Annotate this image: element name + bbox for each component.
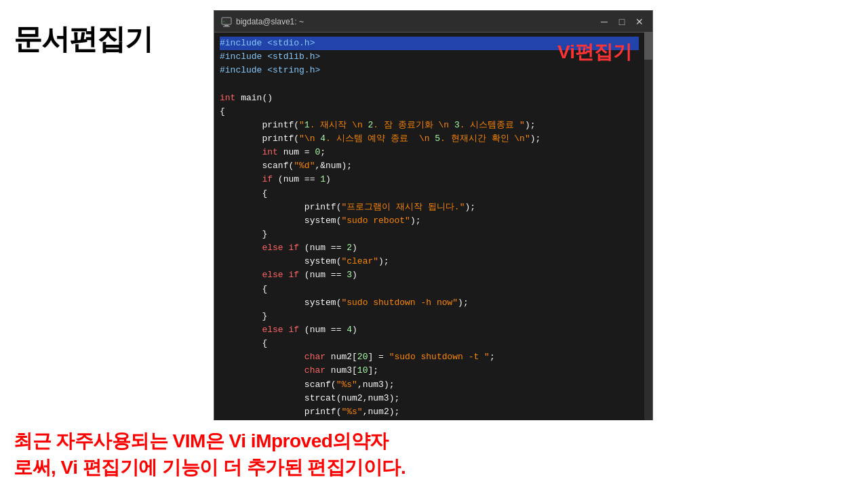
code-line: else if (num == 4): [220, 323, 639, 337]
window-controls[interactable]: ─ □ ✕: [598, 16, 646, 28]
code-line: printf("%s",num2);: [220, 405, 639, 419]
code-line: system("sudo reboot");: [220, 214, 639, 228]
code-line: {: [220, 337, 639, 350]
terminal-content: Vi편집기 #include <stdio.h>#include <stdlib…: [214, 33, 652, 430]
code-line: if (num == 1): [220, 173, 639, 186]
code-line: }: [220, 228, 639, 241]
code-line: [220, 77, 639, 91]
code-line: char num3[10];: [220, 364, 639, 378]
svg-rect-2: [223, 26, 230, 26]
code-line: int num = 0;: [220, 146, 639, 159]
code-line: printf("\n 4. 시스템 예약 종료 \n 5. 현재시간 확인 \n…: [220, 132, 639, 146]
terminal-window: >_ bigdata@slave1: ~ ─ □ ✕ Vi편집기 #includ…: [214, 10, 653, 430]
terminal-icon: >_: [221, 16, 232, 27]
close-button[interactable]: ✕: [633, 16, 646, 28]
code-line: int main(): [220, 92, 639, 105]
code-line: else if (num == 2): [220, 241, 639, 255]
code-line: }: [220, 310, 639, 323]
svg-rect-1: [224, 25, 229, 26]
bottom-description: 최근 자주사용되는 VIM은 Vi iMproved의약자 로써, Vi 편집기…: [0, 420, 868, 488]
code-editor[interactable]: #include <stdio.h>#include <stdlib.h>#in…: [214, 33, 644, 430]
code-line: #include <string.h>: [220, 64, 639, 77]
scrollbar-thumb[interactable]: [644, 33, 652, 60]
page-title-area: 문서편집기: [0, 0, 203, 420]
window-title: bigdata@slave1: ~: [236, 17, 304, 26]
title-bar: >_ bigdata@slave1: ~ ─ □ ✕: [214, 11, 652, 33]
code-line: system("sudo shutdown -h now");: [220, 296, 639, 310]
code-line: else if (num == 3): [220, 268, 639, 282]
code-line: system("clear");: [220, 255, 639, 268]
code-line: printf("프로그램이 재시작 됩니다.");: [220, 201, 639, 214]
code-line: {: [220, 283, 639, 296]
bottom-text-content: 최근 자주사용되는 VIM은 Vi iMproved의약자 로써, Vi 편집기…: [14, 428, 406, 481]
bottom-line1: 최근 자주사용되는 VIM은 Vi iMproved의약자: [14, 430, 389, 451]
code-line: {: [220, 187, 639, 201]
code-line: char num2[20] = "sudo shutdown -t ";: [220, 350, 639, 364]
code-line: scanf("%d",&num);: [220, 159, 639, 173]
minimize-button[interactable]: ─: [598, 16, 610, 28]
svg-text:>_: >_: [223, 20, 226, 23]
scrollbar[interactable]: [644, 33, 652, 430]
code-line: scanf("%s",num3);: [220, 378, 639, 392]
maximize-button[interactable]: □: [616, 16, 628, 28]
title-bar-left: >_ bigdata@slave1: ~: [221, 16, 304, 27]
code-line: strcat(num2,num3);: [220, 392, 639, 405]
vi-editor-label: Vi편집기: [557, 39, 632, 65]
page-title: 문서편집기: [14, 20, 153, 58]
bottom-line2: 로써, Vi 편집기에 기능이 더 추가된 편집기이다.: [14, 457, 406, 478]
code-line: {: [220, 105, 639, 119]
code-line: printf("1. 재시작 \n 2. 잠 종료기화 \n 3. 시스템종료 …: [220, 119, 639, 132]
